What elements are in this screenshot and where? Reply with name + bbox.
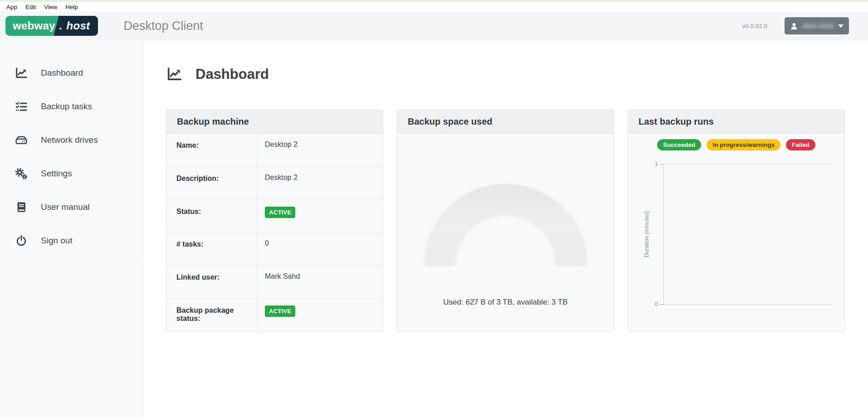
sidebar-item-dashboard[interactable]: Dashboard (0, 56, 143, 90)
page-title: Dashboard (166, 66, 868, 82)
space-usage-caption: Used: 627 B of 3 TB, available: 3 TB (397, 298, 614, 307)
card-body: Succeeded In progress/warnings Failed 1 … (628, 134, 844, 331)
row-value: ACTIVE (257, 299, 383, 331)
menu-app[interactable]: App (2, 4, 21, 10)
chart-line-icon (14, 66, 29, 80)
row-label: Backup package status: (166, 299, 257, 331)
logo-text-webway: webway (5, 19, 59, 32)
sidebar-item-label: Sign out (41, 236, 73, 246)
chart-line-icon (166, 66, 183, 82)
menu-bar: App Edit View Help (0, 2, 868, 12)
row-value: Desktop 2 (257, 134, 383, 166)
status-badge: ACTIVE (265, 207, 295, 218)
sidebar-item-backup-tasks[interactable]: Backup tasks (0, 90, 143, 123)
header-right-group: v0.0.52.0 Mark Sahd (742, 17, 849, 34)
sidebar-item-user-manual[interactable]: User manual (0, 190, 143, 224)
card-body: Name: Desktop 2 Description: Desktop 2 S… (166, 134, 383, 331)
card-body: Used: 627 B of 3 TB, available: 3 TB (397, 134, 614, 331)
table-row: Description: Desktop 2 (166, 167, 383, 200)
backup-machine-card: Backup machine Name: Desktop 2 Descripti… (166, 110, 383, 332)
last-backup-runs-card: Last backup runs Succeeded In progress/w… (628, 110, 845, 332)
status-badge: ACTIVE (265, 305, 295, 317)
row-value: ACTIVE (257, 200, 383, 233)
table-row: Name: Desktop 2 (166, 134, 383, 167)
y-axis-label: Duration [minutes] (644, 211, 650, 257)
y-tick-label: 0 (648, 301, 658, 307)
card-header: Last backup runs (628, 110, 844, 134)
logo-text-host: host (62, 19, 98, 32)
row-label: Status: (166, 200, 257, 233)
sidebar-item-label: User manual (41, 202, 90, 212)
version-label: v0.0.52.0 (742, 23, 767, 29)
user-menu-button[interactable]: Mark Sahd (785, 17, 849, 34)
app-header: webway . host Desktop Client v0.0.52.0 M… (0, 12, 868, 40)
sidebar-item-label: Settings (41, 169, 72, 179)
y-tick-label: 1 (648, 160, 658, 167)
row-label: Name: (166, 134, 257, 166)
menu-view[interactable]: View (40, 4, 61, 10)
gears-icon (14, 167, 29, 180)
y-axis-line (663, 164, 664, 305)
sidebar-item-label: Backup tasks (41, 102, 92, 112)
machine-info-table: Name: Desktop 2 Description: Desktop 2 S… (166, 134, 383, 331)
duration-chart: 1 0 Duration [minutes] (628, 134, 844, 331)
book-icon (14, 200, 29, 214)
gridline (663, 164, 832, 165)
card-header: Backup machine (166, 110, 383, 134)
space-usage-gauge (424, 183, 587, 269)
logo-dot: . (59, 19, 62, 32)
sidebar-nav: Dashboard Backup tasks Network drives Se… (0, 40, 143, 417)
app-body: Dashboard Backup tasks Network drives Se… (0, 40, 868, 417)
caret-down-icon (838, 24, 844, 28)
sidebar-item-sign-out[interactable]: Sign out (0, 224, 143, 257)
page-title-text: Dashboard (195, 66, 269, 82)
row-value: 0 (257, 233, 383, 265)
backup-space-card: Backup space used (397, 110, 614, 332)
row-label: Linked user: (166, 266, 257, 298)
gridline (663, 304, 832, 305)
user-name-blurred: Mark Sahd (803, 22, 834, 29)
card-title: Backup machine (177, 116, 249, 127)
y-tick-mark (660, 304, 663, 305)
card-title: Last backup runs (639, 116, 714, 127)
hard-drive-icon (14, 133, 29, 147)
sidebar-item-network-drives[interactable]: Network drives (0, 123, 143, 157)
table-row: # tasks: 0 (166, 233, 383, 266)
table-row: Backup package status: ACTIVE (166, 299, 383, 331)
sidebar-item-settings[interactable]: Settings (0, 157, 143, 190)
row-label: # tasks: (166, 233, 257, 265)
y-tick-mark (660, 164, 663, 165)
main-content: Dashboard Backup machine Name: Desktop 2 (143, 40, 868, 417)
table-row: Linked user: Mark Sahd (166, 266, 383, 299)
menu-edit[interactable]: Edit (21, 4, 40, 10)
row-value: Desktop 2 (257, 167, 383, 199)
menu-help[interactable]: Help (61, 4, 82, 10)
webway-host-logo: webway . host (5, 16, 98, 36)
app-title: Desktop Client (123, 19, 203, 33)
sidebar-item-label: Dashboard (41, 68, 83, 78)
card-title: Backup space used (408, 116, 493, 127)
dashboard-cards: Backup machine Name: Desktop 2 Descripti… (166, 110, 868, 332)
sidebar-item-label: Network drives (41, 135, 98, 145)
row-value: Mark Sahd (257, 266, 383, 298)
power-off-icon (14, 234, 29, 247)
task-list-icon (14, 100, 29, 113)
row-label: Description: (166, 167, 257, 199)
app-window: App Edit View Help webway . host Desktop… (0, 0, 868, 417)
table-row: Status: ACTIVE (166, 200, 383, 233)
card-header: Backup space used (397, 110, 614, 134)
user-icon (790, 22, 798, 30)
